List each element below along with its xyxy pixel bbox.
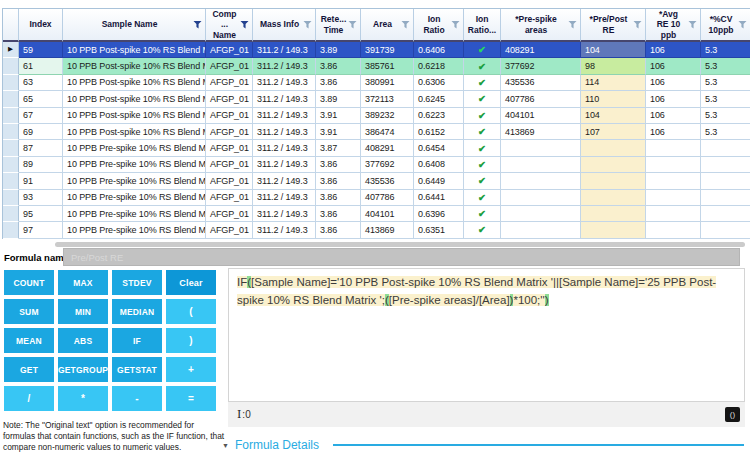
table-cell-avg_re_10ppb[interactable]: 106 [646,75,701,91]
table-cell-pre_post_re[interactable] [581,157,646,173]
row-selector[interactable] [3,206,19,222]
table-cell-ion_ratio[interactable]: 0.6406 [414,42,464,58]
table-cell-cv_10ppb[interactable]: 5.3 [701,58,750,74]
parentheses-button[interactable]: () [725,407,740,422]
formula-editor[interactable]: IF([Sample Name]='10 PPB Post-spike 10% … [228,268,745,402]
row-selector[interactable] [3,157,19,173]
table-cell-cv_10ppb[interactable]: 5.3 [701,124,750,140]
calc-button-count[interactable]: COUNT [4,270,54,295]
table-cell-area[interactable]: 372113 [361,91,414,107]
table-cell-mass_info[interactable]: 311.2 / 149.3 [253,157,316,173]
table-cell-ret_time[interactable]: 3.86 [316,173,361,189]
table-cell-pre_spike_areas[interactable]: 404101 [501,108,581,124]
formula-details-toggle[interactable]: ▼ Formula Details [222,437,746,453]
table-cell-ion_ratio[interactable]: 0.6441 [414,190,464,206]
table-cell-area[interactable]: 377692 [361,157,414,173]
table-cell-pre_spike_areas[interactable] [501,222,581,238]
calc-button-stdev[interactable]: STDEV [112,270,162,295]
formula-name-input[interactable] [63,248,740,266]
table-cell-comp_name[interactable]: AFGP_01 [206,124,253,140]
table-cell-mass_info[interactable]: 311.2 / 149.3 [253,91,316,107]
table-cell-index[interactable]: 97 [19,222,63,238]
table-cell-sample_name[interactable]: 10 PPB Pre-spike 10% RS Blend Matrix [63,140,206,156]
column-header-ion_ratio[interactable]: Ion Ratio [414,9,464,42]
calc-button-median[interactable]: MEDIAN [112,299,162,324]
table-cell-area[interactable]: 408291 [361,140,414,156]
ion-ratio-pass-check-icon[interactable]: ✔ [464,108,501,124]
table-cell-sample_name[interactable]: 10 PPB Post-spike 10% RS Blend Matrix [63,75,206,91]
table-cell-area[interactable]: 407786 [361,190,414,206]
calc-button-close-paren[interactable]: ) [166,328,216,353]
table-cell-index[interactable]: 95 [19,206,63,222]
calc-button-divide[interactable]: / [4,386,54,411]
ion-ratio-pass-check-icon[interactable]: ✔ [464,124,501,140]
table-cell-sample_name[interactable]: 10 PPB Pre-spike 10% RS Blend Matrix [63,157,206,173]
table-cell-avg_re_10ppb[interactable]: 106 [646,91,701,107]
table-cell-pre_post_re[interactable]: 114 [581,75,646,91]
table-cell-mass_info[interactable]: 311.2 / 149.3 [253,124,316,140]
row-selector[interactable] [3,140,19,156]
table-cell-cv_10ppb[interactable] [701,140,750,156]
table-cell-pre_post_re[interactable] [581,222,646,238]
table-cell-pre_post_re[interactable]: 104 [581,108,646,124]
table-cell-cv_10ppb[interactable] [701,206,750,222]
column-header-pre_post_re[interactable]: *Pre/Post RE [581,9,646,42]
table-cell-pre_post_re[interactable]: 107 [581,124,646,140]
table-cell-comp_name[interactable]: AFGP_01 [206,42,253,58]
column-header-comp_name[interactable]: Comp ... Name [206,9,253,42]
table-cell-sample_name[interactable]: 10 PPB Post-spike 10% RS Blend Matrix [63,91,206,107]
table-cell-pre_post_re[interactable]: 110 [581,91,646,107]
table-cell-area[interactable]: 380991 [361,75,414,91]
calc-button-getgroup[interactable]: GETGROUP [58,357,108,382]
table-cell-ion_ratio[interactable]: 0.6218 [414,58,464,74]
table-cell-pre_spike_areas[interactable]: 413869 [501,124,581,140]
calc-button-clear[interactable]: Clear [166,270,216,295]
calc-button-if[interactable]: IF [112,328,162,353]
table-cell-comp_name[interactable]: AFGP_01 [206,140,253,156]
table-cell-comp_name[interactable]: AFGP_01 [206,58,253,74]
filter-icon[interactable] [348,21,357,29]
table-cell-area[interactable]: 386474 [361,124,414,140]
table-cell-pre_post_re[interactable]: 104 [581,42,646,58]
table-cell-mass_info[interactable]: 311.2 / 149.3 [253,75,316,91]
table-cell-mass_info[interactable]: 311.2 / 149.3 [253,222,316,238]
ion-ratio-pass-check-icon[interactable]: ✔ [464,190,501,206]
table-cell-ion_ratio[interactable]: 0.6306 [414,75,464,91]
table-cell-avg_re_10ppb[interactable] [646,157,701,173]
table-cell-mass_info[interactable]: 311.2 / 149.3 [253,42,316,58]
table-cell-area[interactable]: 413869 [361,222,414,238]
calc-button-sum[interactable]: SUM [4,299,54,324]
table-cell-mass_info[interactable]: 311.2 / 149.3 [253,173,316,189]
column-header-index[interactable]: Index [19,9,63,42]
filter-icon[interactable] [688,21,697,29]
table-cell-pre_post_re[interactable] [581,140,646,156]
table-cell-avg_re_10ppb[interactable] [646,206,701,222]
row-selector[interactable] [3,190,19,206]
calc-button-getstat[interactable]: GETSTAT [112,357,162,382]
table-cell-comp_name[interactable]: AFGP_01 [206,190,253,206]
ion-ratio-pass-check-icon[interactable]: ✔ [464,222,501,238]
table-cell-ret_time[interactable]: 3.86 [316,190,361,206]
filter-icon[interactable] [193,21,202,29]
table-cell-index[interactable]: 93 [19,190,63,206]
table-cell-avg_re_10ppb[interactable] [646,190,701,206]
ion-ratio-pass-check-icon[interactable]: ✔ [464,157,501,173]
table-cell-index[interactable]: 61 [19,58,63,74]
calc-button-minus[interactable]: - [112,386,162,411]
table-cell-avg_re_10ppb[interactable]: 106 [646,42,701,58]
table-cell-avg_re_10ppb[interactable] [646,173,701,189]
row-selector[interactable] [3,124,19,140]
column-header-ion_ratio_status[interactable]: Ion Ratio... [464,9,501,42]
filter-icon[interactable] [738,21,747,29]
table-cell-pre_spike_areas[interactable]: 435536 [501,75,581,91]
table-cell-comp_name[interactable]: AFGP_01 [206,75,253,91]
ion-ratio-pass-check-icon[interactable]: ✔ [464,206,501,222]
table-cell-cv_10ppb[interactable]: 5.3 [701,108,750,124]
calc-button-open-paren[interactable]: ( [166,299,216,324]
table-cell-cv_10ppb[interactable] [701,173,750,189]
table-cell-pre_spike_areas[interactable]: 408291 [501,42,581,58]
table-cell-pre_post_re[interactable]: 98 [581,58,646,74]
table-cell-index[interactable]: 59 [19,42,63,58]
column-header-avg_re_10ppb[interactable]: *Avg RE 10 ppb [646,9,701,42]
calc-button-min[interactable]: MIN [58,299,108,324]
